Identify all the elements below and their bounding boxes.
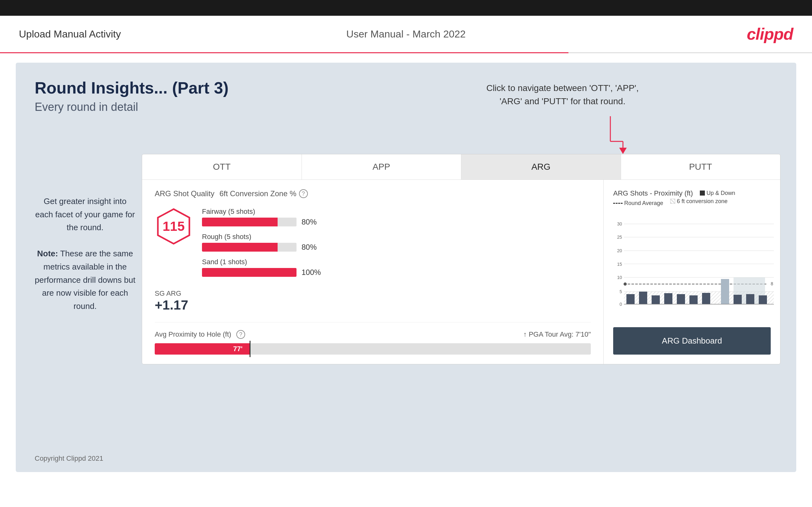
shot-bars: Fairway (5 shots) 80% Rough (5 shots) (202, 208, 591, 283)
svg-rect-24 (626, 294, 635, 304)
bar-row-rough: 80% (202, 243, 591, 251)
shot-label-fairway: Fairway (5 shots) (202, 208, 591, 216)
main-content: Round Insights... (Part 3) Every round i… (16, 63, 796, 472)
page-subtitle: Every round in detail (35, 101, 777, 114)
right-panel: ARG Shots - Proximity (ft) Up & Down Rou… (604, 180, 780, 364)
clippd-logo: clippd (747, 24, 793, 44)
header: Upload Manual Activity User Manual - Mar… (0, 16, 812, 52)
hex-value: 115 (163, 219, 185, 234)
shot-row-rough: Rough (5 shots) 80% (202, 233, 591, 251)
svg-text:10: 10 (617, 275, 622, 280)
shot-label-sand: Sand (1 shots) (202, 258, 591, 266)
hex-section: 115 Fairway (5 shots) 80% (155, 208, 591, 283)
proximity-title: Avg Proximity to Hole (ft) (155, 330, 231, 339)
proximity-help-icon[interactable]: ? (236, 330, 245, 339)
shot-row-sand: Sand (1 shots) 100% (202, 258, 591, 277)
sg-label: SG ARG (155, 289, 591, 297)
svg-rect-26 (652, 295, 660, 304)
svg-rect-29 (690, 295, 698, 304)
svg-rect-33 (733, 295, 742, 304)
bar-container-rough (202, 243, 297, 251)
bar-pct-fairway: 80% (302, 218, 317, 226)
note-label: Note: (37, 249, 58, 258)
svg-rect-34 (746, 294, 754, 304)
tab-putt[interactable]: PUTT (621, 154, 780, 179)
arg-chart-svg: 0 5 10 15 20 25 30 (613, 216, 777, 317)
shot-label-rough: Rough (5 shots) (202, 233, 591, 241)
sg-section: SG ARG +1.17 (155, 289, 591, 313)
legend-square-icon (700, 190, 705, 195)
svg-rect-28 (677, 294, 685, 304)
proximity-section: Avg Proximity to Hole (ft) ? ↑ PGA Tour … (155, 322, 591, 354)
legend-hatch-icon (670, 199, 675, 204)
bar-fill-rough (202, 243, 277, 251)
chart-area: 0 5 10 15 20 25 30 (613, 216, 771, 321)
panel-title: ARG Shot Quality (155, 189, 214, 198)
svg-marker-3 (619, 148, 627, 154)
round-insights-card: OTT APP ARG PUTT ARG Shot Quality 6ft Co… (142, 154, 780, 364)
card-body: ARG Shot Quality 6ft Conversion Zone % ?… (142, 180, 780, 364)
nav-hint: Click to navigate between 'OTT', 'APP', … (486, 81, 639, 108)
bar-fill-sand (202, 268, 297, 277)
left-description: Get greater insight into each facet of y… (35, 195, 136, 313)
proximity-cursor (250, 341, 251, 357)
panel-header: ARG Shot Quality 6ft Conversion Zone % ? (155, 189, 591, 198)
proximity-value: 77' (233, 345, 243, 353)
panel-subtitle: 6ft Conversion Zone % (219, 189, 296, 198)
svg-rect-27 (664, 293, 672, 304)
proximity-avg: ↑ PGA Tour Avg: 7'10" (523, 330, 591, 339)
svg-point-23 (623, 282, 627, 286)
svg-text:30: 30 (617, 221, 622, 226)
bar-container-fairway (202, 218, 297, 226)
left-panel: ARG Shot Quality 6ft Conversion Zone % ?… (142, 180, 604, 364)
svg-text:20: 20 (617, 248, 622, 253)
bar-pct-sand: 100% (302, 268, 321, 277)
top-bar (0, 0, 812, 16)
svg-text:0: 0 (619, 302, 622, 307)
header-divider (0, 52, 812, 53)
legend-up-down: Up & Down (706, 190, 735, 196)
page-title: Round Insights... (Part 3) (35, 78, 777, 97)
bar-row-sand: 100% (202, 268, 591, 277)
tabs-container: OTT APP ARG PUTT (142, 154, 780, 180)
arg-dashboard-button[interactable]: ARG Dashboard (613, 327, 771, 354)
sg-value: +1.17 (155, 297, 591, 313)
header-title: User Manual - March 2022 (346, 29, 466, 40)
arrow-indicator (604, 116, 629, 155)
svg-text:8: 8 (771, 281, 773, 286)
bar-fill-fairway (202, 218, 277, 226)
right-panel-header: ARG Shots - Proximity (ft) Up & Down Rou… (613, 189, 771, 210)
copyright-text: Copyright Clippd 2021 (35, 454, 103, 462)
svg-rect-30 (702, 293, 710, 304)
svg-text:5: 5 (619, 289, 622, 294)
legend-dashed-icon (613, 203, 623, 204)
footer: Copyright Clippd 2021 (35, 454, 103, 463)
legend-round-avg: Round Average (624, 200, 663, 207)
bar-container-sand (202, 268, 297, 277)
svg-text:15: 15 (617, 262, 622, 267)
svg-rect-31 (721, 279, 729, 304)
proximity-header: Avg Proximity to Hole (ft) ? ↑ PGA Tour … (155, 330, 591, 339)
tab-app[interactable]: APP (302, 154, 462, 179)
bar-pct-rough: 80% (302, 243, 317, 251)
upload-link[interactable]: Upload Manual Activity (19, 29, 121, 40)
hex-badge: 115 (155, 208, 193, 245)
legend-6ft: 6 ft conversion zone (677, 198, 727, 205)
right-title: ARG Shots - Proximity (ft) Up & Down Rou… (613, 189, 771, 207)
tab-arg[interactable]: ARG (461, 154, 621, 179)
svg-text:25: 25 (617, 235, 622, 240)
svg-rect-35 (759, 295, 767, 304)
svg-rect-25 (639, 292, 647, 304)
bar-row-fairway: 80% (202, 218, 591, 226)
proximity-bar-container: 77' (155, 343, 591, 354)
tab-ott[interactable]: OTT (142, 154, 302, 179)
help-icon[interactable]: ? (299, 189, 308, 198)
shot-row-fairway: Fairway (5 shots) 80% (202, 208, 591, 226)
